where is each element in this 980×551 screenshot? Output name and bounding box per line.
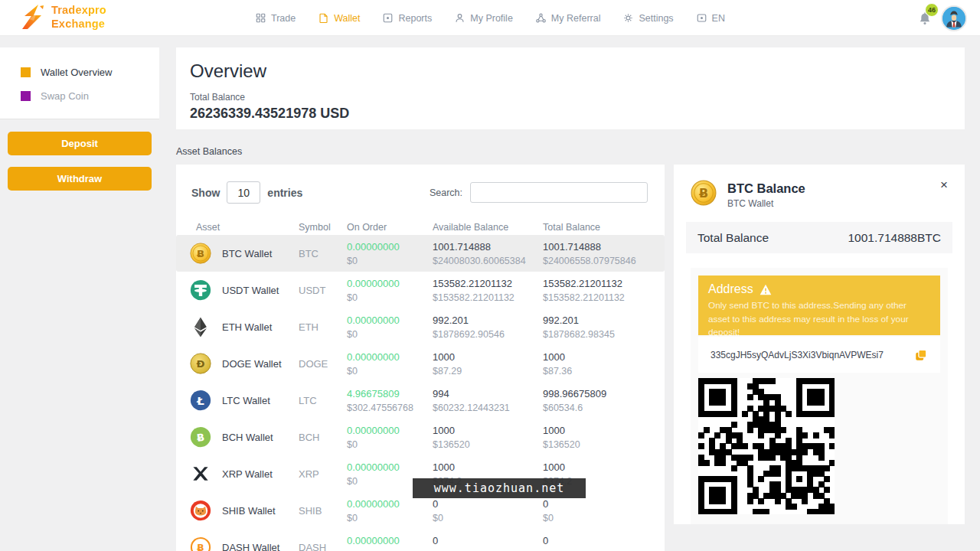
avatar-person-icon bbox=[942, 7, 965, 30]
top-navbar: Tradexpro Exchange TradeWalletReportsMy … bbox=[0, 0, 980, 36]
col-available-balance[interactable]: Available Balance bbox=[433, 222, 508, 233]
sidebar-item-swap-coin[interactable]: Swap Coin bbox=[0, 84, 159, 108]
on-order-usd: $0 bbox=[347, 475, 400, 487]
asset-name: USDT Wallet bbox=[222, 285, 279, 296]
on-order-value: 4.96675809 bbox=[347, 388, 413, 401]
nav-item-my-profile[interactable]: My Profile bbox=[454, 12, 513, 24]
asset-symbol: SHIB bbox=[299, 505, 322, 517]
on-order-usd: $0 bbox=[347, 365, 400, 377]
available-usd: $24008030.60065384 bbox=[433, 255, 526, 267]
address-warning-box: Address Only send BTC to this address.Se… bbox=[698, 276, 940, 335]
on-order-usd: $0 bbox=[347, 439, 400, 451]
asset-symbol: BTC bbox=[299, 248, 318, 259]
on-order-usd: $0 bbox=[347, 512, 400, 524]
share-icon bbox=[535, 12, 547, 24]
available-usd: $87.29 bbox=[433, 365, 462, 377]
total-usd: $24006558.07975846 bbox=[543, 255, 636, 267]
nav-label: My Referral bbox=[551, 13, 601, 24]
total-value: 1000 bbox=[543, 461, 572, 474]
available-usd: $136520 bbox=[433, 439, 470, 451]
nav-item-en[interactable]: EN bbox=[696, 12, 725, 24]
table-row-btc[interactable]: Ƀ BTC Wallet BTC 0.00000000 $0 1001.7148… bbox=[176, 235, 665, 272]
asset-name: DOGE Wallet bbox=[222, 358, 282, 370]
on-order-value: 0.00000000 bbox=[347, 461, 400, 474]
total-value: 0 bbox=[543, 535, 554, 548]
entries-label: entries bbox=[267, 187, 302, 199]
nav-item-settings[interactable]: Settings bbox=[622, 12, 673, 24]
table-row-usdt[interactable]: USDT Wallet USDT 0.00000000 $0 153582.21… bbox=[176, 272, 665, 308]
panel-title: BTC Balance bbox=[727, 181, 805, 196]
on-order-usd: $0 bbox=[347, 328, 400, 341]
user-avatar[interactable] bbox=[941, 5, 967, 31]
total-value: 992.201 bbox=[543, 315, 615, 328]
panel-total-label: Total Balance bbox=[697, 231, 769, 245]
sidebar-item-wallet-overview[interactable]: Wallet Overview bbox=[0, 60, 159, 84]
svg-text:Ł: Ł bbox=[196, 394, 204, 408]
available-usd: $0 bbox=[433, 512, 443, 524]
grid-icon bbox=[255, 12, 266, 24]
col-total-balance[interactable]: Total Balance bbox=[543, 222, 600, 233]
on-order-value: 0.00000000 bbox=[347, 498, 400, 511]
table-row-ltc[interactable]: Ł LTC Wallet LTC 4.96675809 $302.4755676… bbox=[176, 382, 665, 419]
panel-total-balance: Total Balance 1001.714888BTC bbox=[686, 222, 952, 253]
table-body: Ƀ BTC Wallet BTC 0.00000000 $0 1001.7148… bbox=[176, 235, 665, 551]
notifications-button[interactable]: 46 bbox=[918, 11, 932, 27]
nav-item-wallet[interactable]: Wallet bbox=[318, 12, 360, 24]
search-input[interactable] bbox=[470, 182, 648, 203]
usdt-coin-icon bbox=[190, 279, 211, 301]
col-on-order[interactable]: On Order bbox=[347, 222, 387, 233]
table-row-doge[interactable]: Đ DOGE Wallet DOGE 0.00000000 $0 1000 $8… bbox=[176, 345, 665, 382]
ltc-coin-icon: Ł bbox=[190, 390, 211, 411]
total-value: 1000 bbox=[543, 425, 580, 438]
nav-label: Reports bbox=[398, 13, 432, 24]
nav-item-reports[interactable]: Reports bbox=[382, 12, 432, 24]
table-row-bch[interactable]: Ƀ BCH Wallet BCH 0.00000000 $0 1000 $136… bbox=[176, 419, 665, 455]
on-order-value: 0.00000000 bbox=[347, 278, 400, 291]
available-usd: $1878692.90546 bbox=[433, 328, 505, 341]
on-order-usd: $0 bbox=[347, 292, 400, 304]
brand-logo[interactable]: Tradexpro Exchange bbox=[20, 4, 106, 31]
total-value: 0 bbox=[543, 498, 554, 511]
nav-item-my-referral[interactable]: My Referral bbox=[535, 12, 601, 24]
watermark: www.tiaozhuan.net bbox=[413, 478, 586, 498]
file-icon bbox=[318, 12, 329, 24]
withdraw-button[interactable]: Withdraw bbox=[8, 167, 152, 191]
panel-subtitle: BTC Wallet bbox=[727, 198, 773, 209]
asset-name: BCH Wallet bbox=[222, 432, 273, 443]
asset-name: LTC Wallet bbox=[222, 395, 270, 406]
total-usd: $1878682.98345 bbox=[543, 328, 615, 341]
nav-item-trade[interactable]: Trade bbox=[255, 12, 296, 24]
copy-icon[interactable] bbox=[914, 348, 928, 362]
asset-name: ETH Wallet bbox=[222, 321, 272, 333]
disc-icon bbox=[382, 12, 394, 24]
asset-balances-label: Asset Balances bbox=[176, 146, 242, 157]
nav-label: Settings bbox=[639, 13, 673, 24]
total-value: 153582.21201132 bbox=[543, 278, 625, 291]
table-row-eth[interactable]: ETH Wallet ETH 0.00000000 $0 992.201 $18… bbox=[176, 308, 665, 345]
col-symbol[interactable]: Symbol bbox=[299, 222, 331, 233]
svg-text:Ƀ: Ƀ bbox=[197, 248, 204, 259]
entries-select[interactable]: 10 bbox=[227, 181, 260, 204]
main-nav: TradeWalletReportsMy ProfileMy ReferralS… bbox=[255, 0, 725, 36]
col-asset[interactable]: Asset bbox=[196, 222, 220, 233]
sidebar-item-label: Wallet Overview bbox=[41, 67, 112, 78]
available-value: 992.201 bbox=[433, 315, 505, 328]
deposit-button[interactable]: Deposit bbox=[8, 132, 152, 155]
sidebar-item-swatch bbox=[21, 91, 31, 101]
person-icon bbox=[454, 12, 466, 24]
asset-symbol: ETH bbox=[299, 321, 318, 333]
table-row-dash[interactable]: Ƀ DASH Wallet DASH 0.00000000 $0 0 $0 0 … bbox=[176, 529, 665, 551]
asset-name: SHIB Wallet bbox=[222, 505, 276, 517]
bch-coin-icon: Ƀ bbox=[190, 426, 211, 448]
on-order-usd: $302.47556768 bbox=[347, 402, 413, 414]
address-warning-title: Address bbox=[708, 282, 930, 296]
available-value: 994 bbox=[433, 388, 510, 401]
on-order-value: 0.00000000 bbox=[347, 241, 400, 254]
available-usd: $60232.12443231 bbox=[433, 402, 510, 414]
asset-symbol: LTC bbox=[299, 395, 317, 406]
flag-icon bbox=[696, 12, 707, 24]
close-icon[interactable]: × bbox=[940, 178, 948, 193]
eth-coin-icon bbox=[190, 316, 211, 337]
deposit-address: 335cgJH5syQAdvLjS3Xi3VbiqnAVPWEsi7 bbox=[710, 350, 884, 360]
available-value: 1000 bbox=[433, 461, 462, 474]
